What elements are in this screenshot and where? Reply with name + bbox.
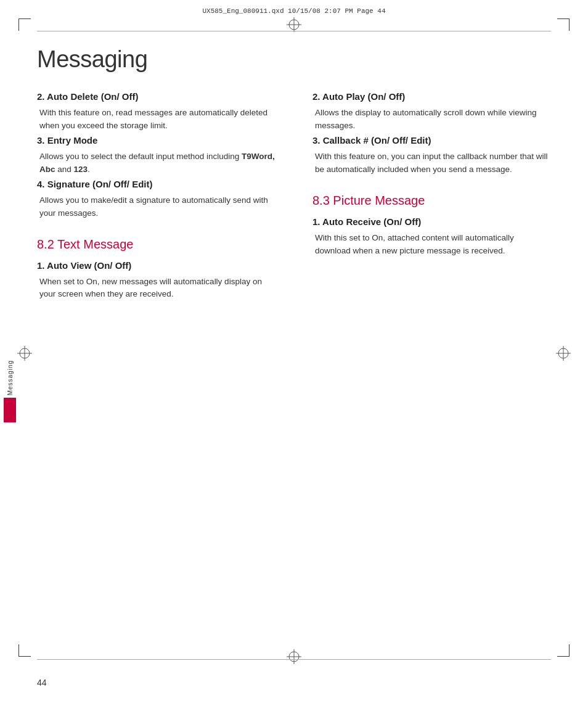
header-bar: UX585_Eng_080911.qxd 10/15/08 2:07 PM Pa… — [37, 7, 551, 15]
reg-mark-bottom-right — [557, 644, 570, 657]
heading-signature: 4. Signature (On/ Off/ Edit) — [37, 179, 276, 189]
reg-mark-top-right — [557, 18, 570, 31]
heading-auto-play: 2. Auto Play (On/ Off) — [312, 91, 551, 102]
section-auto-receive: 1. Auto Receive (On/ Off) With this set … — [312, 216, 551, 258]
section-auto-play: 2. Auto Play (On/ Off) Allows the displa… — [312, 91, 551, 133]
body-entry-mode: Allows you to select the default input m… — [37, 150, 276, 176]
two-column-layout: 2. Auto Delete (On/ Off) With this featu… — [37, 91, 551, 303]
crosshair-bottom — [287, 649, 301, 664]
heading-entry-mode: 3. Entry Mode — [37, 135, 276, 146]
body-auto-view: When set to On, new messages will automa… — [37, 276, 276, 302]
section-auto-view: 1. Auto View (On/ Off) When set to On, n… — [37, 260, 276, 302]
heading-auto-receive: 1. Auto Receive (On/ Off) — [312, 216, 551, 227]
body-auto-receive: With this set to On, attached content wi… — [312, 232, 551, 258]
crosshair-top — [287, 17, 301, 32]
reg-mark-top-left — [18, 18, 31, 31]
heading-auto-view: 1. Auto View (On/ Off) — [37, 260, 276, 271]
section-entry-mode: 3. Entry Mode Allows you to select the d… — [37, 135, 276, 176]
reg-mark-bottom-left — [18, 644, 31, 657]
side-tab-bar — [4, 398, 16, 422]
side-tab-label: Messaging — [7, 360, 14, 395]
body-auto-play: Allows the display to automatically scro… — [312, 107, 551, 133]
page-container: UX585_Eng_080911.qxd 10/15/08 2:07 PM Pa… — [0, 0, 588, 706]
page-number: 44 — [37, 678, 47, 688]
body-callback: With this feature on, you can input the … — [312, 150, 551, 176]
chapter-title-8-3: 8.3 Picture Message — [312, 194, 551, 208]
main-content: Messaging 2. Auto Delete (On/ Off) With … — [37, 34, 551, 644]
heading-auto-delete: 2. Auto Delete (On/ Off) — [37, 91, 276, 102]
body-signature: Allows you to make/edit a signature to a… — [37, 194, 276, 220]
page-title: Messaging — [37, 46, 551, 73]
section-callback: 3. Callback # (On/ Off/ Edit) With this … — [312, 135, 551, 176]
hr-bottom — [37, 659, 551, 660]
side-tab: Messaging — [0, 358, 20, 432]
section-auto-delete: 2. Auto Delete (On/ Off) With this featu… — [37, 91, 276, 133]
header-text: UX585_Eng_080911.qxd 10/15/08 2:07 PM Pa… — [202, 7, 385, 15]
section-signature: 4. Signature (On/ Off/ Edit) Allows you … — [37, 179, 276, 220]
hr-top — [37, 31, 551, 31]
chapter-title-8-2: 8.2 Text Message — [37, 237, 276, 252]
heading-callback: 3. Callback # (On/ Off/ Edit) — [312, 135, 551, 146]
right-column: 2. Auto Play (On/ Off) Allows the displa… — [306, 91, 551, 303]
crosshair-right — [556, 346, 571, 361]
left-column: 2. Auto Delete (On/ Off) With this featu… — [37, 91, 282, 303]
body-auto-delete: With this feature on, read messages are … — [37, 107, 276, 133]
